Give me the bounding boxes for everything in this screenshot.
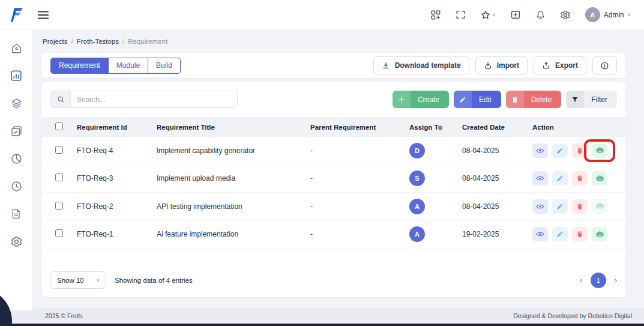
crud-toolbar: Create Edit Delete xyxy=(393,91,617,108)
breadcrumb-current: Requirement xyxy=(128,38,167,45)
import-icon xyxy=(484,61,492,70)
edit-button[interactable]: Edit xyxy=(454,91,501,108)
parent-requirement: - xyxy=(305,202,405,211)
edit-label: Edit xyxy=(472,91,501,108)
import-label: Import xyxy=(497,61,519,70)
import-export-toolbar: Download template Import Export xyxy=(373,56,617,74)
page-number-button[interactable]: 1 xyxy=(591,273,606,288)
sidebar-item-documents-icon[interactable] xyxy=(9,207,23,221)
breadcrumb-project-name[interactable]: Froth-Testops xyxy=(77,38,119,45)
search-icon[interactable] xyxy=(51,91,71,107)
create-button[interactable]: Create xyxy=(393,91,449,108)
pencil-icon xyxy=(454,91,472,108)
download-icon xyxy=(382,61,390,70)
row-checkbox[interactable] xyxy=(55,202,63,210)
sidebar-item-home-icon[interactable] xyxy=(9,41,23,55)
tab-module[interactable]: Module xyxy=(109,58,148,74)
row-checkbox[interactable] xyxy=(55,229,63,237)
requirement-title: API testing implementation xyxy=(152,202,305,211)
star-chevron-icon: ˅ xyxy=(492,12,495,18)
plus-icon xyxy=(393,91,411,108)
assignee-avatar[interactable]: A xyxy=(409,226,425,242)
sidebar-item-dashboard-icon[interactable] xyxy=(9,68,23,83)
feedback-add-icon[interactable] xyxy=(510,10,521,20)
edit-icon[interactable] xyxy=(552,143,568,158)
select-all-checkbox[interactable] xyxy=(55,122,63,130)
filter-button[interactable]: Filter xyxy=(566,91,617,108)
breadcrumb-projects[interactable]: Projects xyxy=(43,38,68,45)
favorites-star-icon[interactable]: ˅ xyxy=(480,10,495,20)
created-date: 19-02-2025 xyxy=(457,230,528,238)
parent-requirement: - xyxy=(305,230,405,238)
sidebar-item-reports-icon[interactable] xyxy=(9,151,23,166)
robot-icon[interactable] xyxy=(592,171,607,186)
page-size-select[interactable]: Show 10 ˅ xyxy=(50,271,106,289)
notifications-bell-icon[interactable] xyxy=(535,10,546,20)
sidebar-item-history-icon[interactable] xyxy=(9,179,23,193)
delete-icon[interactable] xyxy=(572,143,588,158)
delete-icon[interactable] xyxy=(572,199,588,214)
funnel-icon xyxy=(566,91,584,108)
tab-build[interactable]: Build xyxy=(148,58,181,74)
requirement-id: FTO-Req-4 xyxy=(72,146,152,155)
view-icon[interactable] xyxy=(532,199,548,214)
entity-tabs: Requirement Module Build xyxy=(50,58,181,74)
requirements-table: Requirement Id Requirement Title Parent … xyxy=(42,117,625,249)
export-button[interactable]: Export xyxy=(534,56,586,74)
apps-grid-icon[interactable] xyxy=(430,10,441,20)
assignee-avatar[interactable]: A xyxy=(409,199,425,214)
fullscreen-icon[interactable] xyxy=(456,10,466,20)
download-template-label: Download template xyxy=(395,61,461,70)
parent-requirement: - xyxy=(305,146,405,155)
requirement-title: Ai feature implementation xyxy=(152,230,305,238)
trash-icon xyxy=(506,91,524,108)
search-actions-row: Create Edit Delete xyxy=(42,82,625,108)
froth-logo-icon xyxy=(9,7,25,23)
prev-page-icon[interactable]: ‹ xyxy=(580,276,582,285)
delete-icon[interactable] xyxy=(572,227,588,241)
view-icon[interactable] xyxy=(532,143,548,158)
user-name: Admin xyxy=(604,11,624,19)
froth-logo[interactable] xyxy=(0,7,33,23)
delete-button[interactable]: Delete xyxy=(506,91,562,108)
tabs-toolbar-card: Requirement Module Build Download templa… xyxy=(42,53,625,78)
sidebar-item-settings-icon[interactable] xyxy=(9,234,23,249)
settings-gear-icon[interactable] xyxy=(560,10,571,20)
robot-icon[interactable] xyxy=(592,199,607,214)
robot-icon[interactable] xyxy=(592,227,607,241)
select-chevron-icon: ˅ xyxy=(97,277,100,283)
app-window: ˅ A Admin ˅ xyxy=(0,0,644,326)
export-label: Export xyxy=(555,61,578,70)
requirements-card: Create Edit Delete xyxy=(42,82,625,297)
view-icon[interactable] xyxy=(532,227,548,241)
view-icon[interactable] xyxy=(532,171,548,186)
edit-icon[interactable] xyxy=(552,199,568,214)
delete-icon[interactable] xyxy=(572,171,588,186)
pager: ‹ 1 › xyxy=(580,273,617,288)
download-template-button[interactable]: Download template xyxy=(373,56,469,74)
assignee-avatar[interactable]: D xyxy=(409,143,425,158)
assignee-avatar[interactable]: S xyxy=(409,171,425,186)
user-menu-chevron-icon: ˅ xyxy=(628,12,631,18)
info-button[interactable] xyxy=(592,56,617,74)
edit-icon[interactable] xyxy=(552,227,568,241)
edit-icon[interactable] xyxy=(552,171,568,186)
main-content: Projects / Froth-Testops / Requirement R… xyxy=(33,30,644,310)
requirement-id: FTO-Req-3 xyxy=(72,174,152,183)
robot-icon[interactable] xyxy=(592,143,607,158)
table-row: FTO-Req-1 Ai feature implementation - A … xyxy=(42,221,625,249)
user-menu[interactable]: A Admin ˅ xyxy=(585,7,631,22)
row-checkbox[interactable] xyxy=(55,174,63,181)
menu-toggle-icon[interactable] xyxy=(38,11,49,19)
sidebar-item-layers-icon[interactable] xyxy=(9,96,23,110)
import-button[interactable]: Import xyxy=(475,56,528,74)
sidebar-item-tasks-icon[interactable] xyxy=(9,124,23,138)
created-date: 08-04-2025 xyxy=(457,202,528,211)
row-checkbox[interactable] xyxy=(55,146,63,154)
search-input[interactable] xyxy=(71,91,237,107)
tab-requirement[interactable]: Requirement xyxy=(50,58,109,74)
next-page-icon[interactable]: › xyxy=(615,276,617,285)
export-icon xyxy=(542,61,550,70)
user-avatar: A xyxy=(585,7,600,22)
table-row: FTO-Req-4 Implement capability generator… xyxy=(42,137,625,165)
